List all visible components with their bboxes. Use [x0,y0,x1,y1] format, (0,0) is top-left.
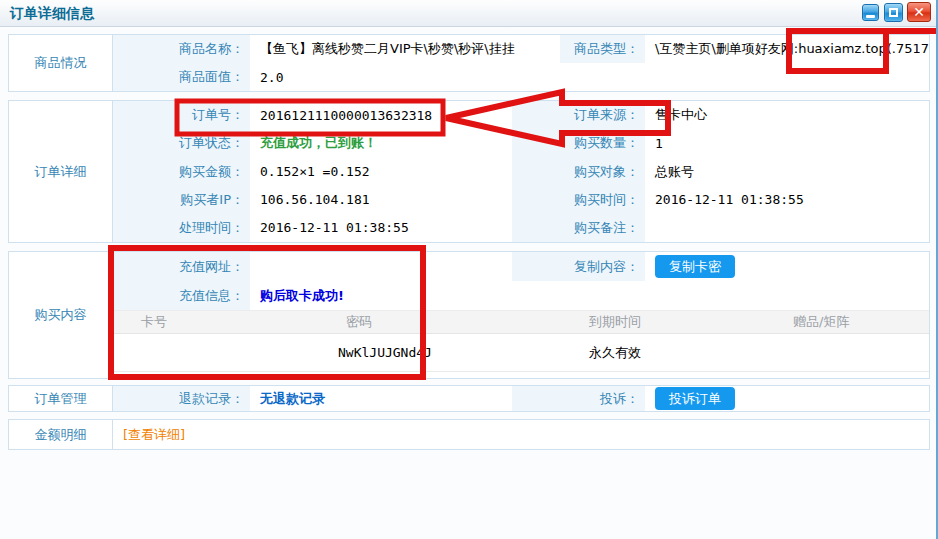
refund-record-value: 无退款记录 [250,390,512,408]
expire-header: 到期时间 [561,313,765,331]
buy-amount-label: 购买金额： [113,157,250,185]
buy-amount-value: 0.152×1 =0.152 [250,164,512,179]
view-detail-link[interactable]: [查看详细] [113,426,185,444]
buy-remark-label: 购买备注： [512,214,645,242]
expire-cell: 永久有效 [561,344,765,362]
card-no-header: 卡号 [113,313,318,331]
product-name-value: 【鱼飞】离线秒赞二月VIP卡\秒赞\秒评\挂挂 [250,40,560,58]
order-no-label: 订单号： [113,101,250,129]
buy-target-label: 购买对象： [512,157,645,185]
complaint-label: 投诉： [512,386,645,411]
password-header: 密码 [318,313,561,331]
section-product-label: 商品情况 [9,35,113,91]
card-table-header: 卡号 密码 到期时间 赠品/矩阵 [113,310,929,334]
buy-time-label: 购买时间： [512,186,645,214]
card-table-row: NwKlJUJGNd4J 永久有效 [113,334,929,372]
product-type-label: 商品类型： [560,35,645,63]
section-purchase-label: 购买内容 [9,252,113,378]
recharge-info-label: 充值信息： [113,281,250,310]
product-name-label: 商品名称： [113,35,250,63]
section-order-manage: 订单管理 退款记录： 无退款记录 投诉： 投诉订单 [8,385,930,412]
recharge-info-value: 购后取卡成功! [250,287,929,305]
product-face-value: 2.0 [250,70,929,85]
password-cell: NwKlJUJGNd4J [318,345,561,360]
section-product: 商品情况 商品名称： 【鱼飞】离线秒赞二月VIP卡\秒赞\秒评\挂挂 商品类型：… [8,34,930,92]
close-button[interactable]: ✕ [907,2,931,22]
product-type-value: \互赞主页\删单项好友网:huaxiamz.top(.7517 [645,40,929,58]
maximize-button[interactable] [884,3,903,22]
gift-header: 赠品/矩阵 [765,313,929,331]
refund-record-label: 退款记录： [113,386,250,411]
product-face-label: 商品面值： [113,63,250,91]
process-time-label: 处理时间： [113,214,250,242]
minimize-button[interactable] [862,4,879,21]
minimize-icon [866,15,875,18]
order-source-value: 售卡中心 [645,106,929,124]
copy-card-button[interactable]: 复制卡密 [655,255,735,278]
order-status-label: 订单状态： [113,129,250,157]
section-order-detail: 订单详细 订单号： 2016121110000013632318 订单来源： 售… [8,100,930,243]
section-order-label: 订单详细 [9,101,113,242]
copy-content-label: 复制内容： [512,252,645,281]
maximize-icon [889,8,898,17]
section-purchase-content: 购买内容 充值网址： 复制内容： 复制卡密 充值信息： 购后取卡成功! 卡号 密… [8,251,930,379]
section-manage-label: 订单管理 [9,386,113,411]
order-status-value: 充值成功，已到账！ [250,134,512,152]
section-amount-label: 金额明细 [9,420,113,449]
buyer-ip-label: 购买者IP： [113,186,250,214]
buy-time-value: 2016-12-11 01:38:55 [645,192,929,207]
process-time-value: 2016-12-11 01:38:55 [250,220,512,235]
buy-qty-value: 1 [645,136,929,151]
order-no-value: 2016121110000013632318 [250,108,512,123]
titlebar: 订单详细信息 ✕ [0,0,936,27]
order-detail-window: 订单详细信息 ✕ 商品情况 商品名称： 【鱼飞】离线秒赞二月VIP卡\秒赞\秒评… [0,0,938,539]
recharge-url-label: 充值网址： [113,252,250,281]
close-icon: ✕ [913,5,925,19]
order-source-label: 订单来源： [512,101,645,129]
buyer-ip-value: 106.56.104.181 [250,192,512,207]
section-amount-detail: 金额明细 [查看详细] [8,419,930,450]
complain-order-button[interactable]: 投诉订单 [655,387,735,410]
window-title: 订单详细信息 [10,5,94,23]
buy-qty-label: 购买数量： [512,129,645,157]
buy-target-value: 总账号 [645,163,929,181]
